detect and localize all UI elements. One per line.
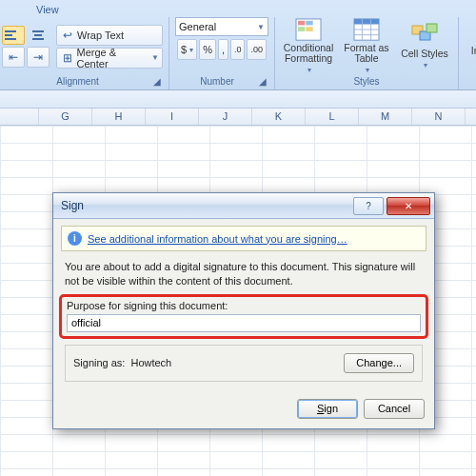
chevron-down-icon: ▾ [366, 67, 369, 75]
column-headers[interactable]: G H I J K L M N [0, 109, 476, 126]
conditional-formatting-icon [294, 18, 323, 41]
cell-styles-icon [410, 22, 439, 47]
dialog-launcher-icon[interactable]: ◢ [259, 76, 267, 87]
help-icon: ? [366, 201, 371, 211]
sign-dialog: Sign ? ✕ i See additional information ab… [52, 192, 435, 429]
chevron-down-icon: ▼ [257, 23, 265, 31]
alignment-group-label: Alignment [56, 76, 98, 87]
col-head-blank [0, 109, 39, 125]
percent-button[interactable]: % [199, 39, 216, 60]
merge-icon: ⊞ [60, 50, 75, 66]
group-styles: Conditional Formatting▾ Format as Table▾… [275, 17, 459, 89]
sign-button[interactable]: Sign [297, 399, 358, 419]
purpose-input[interactable] [67, 314, 421, 332]
dialog-title: Sign [61, 199, 350, 212]
group-alignment: ⇤ ⇥ ↩ Wrap Text ⊞ Merge & Center ▼ Align… [0, 17, 169, 89]
group-cells-partial: Ir [459, 17, 476, 89]
col-head[interactable]: I [146, 109, 199, 125]
signing-as-row: Signing as: Howtech Change... [65, 345, 423, 382]
highlighted-field-area: Purpose for signing this document: [59, 294, 428, 339]
change-button[interactable]: Change... [344, 353, 414, 373]
indent-left-icon: ⇤ [6, 50, 21, 65]
group-number: General ▼ $▾ % , .0 .00 Number◢ [169, 17, 275, 89]
wrap-text-icon: ↩ [60, 28, 75, 43]
col-head[interactable]: J [199, 109, 252, 125]
cancel-button[interactable]: Cancel [364, 399, 425, 419]
col-head[interactable]: L [306, 109, 359, 125]
svg-rect-6 [354, 18, 379, 24]
align-left-icon[interactable] [2, 26, 25, 45]
insert-button[interactable]: Ir [465, 23, 476, 80]
close-button[interactable]: ✕ [387, 197, 430, 215]
wrap-text-label: Wrap Text [77, 30, 124, 41]
col-head[interactable]: H [92, 109, 146, 125]
cell-styles-button[interactable]: Cell Styles▾ [397, 18, 452, 75]
close-icon: ✕ [405, 201, 412, 211]
styles-group-label: Styles [281, 75, 452, 89]
dialog-message: You are about to add a digital signature… [65, 260, 423, 288]
increase-indent-button[interactable]: ⇥ [27, 47, 50, 68]
currency-button[interactable]: $▾ [177, 39, 197, 60]
number-format-value: General [179, 21, 216, 32]
col-head[interactable]: N [412, 109, 466, 125]
conditional-formatting-button[interactable]: Conditional Formatting▾ [281, 18, 336, 75]
ribbon: View ⇤ ⇥ ↩ Wrap Text ⊞ [0, 0, 476, 90]
chevron-down-icon: ▾ [424, 62, 427, 70]
help-button[interactable]: ? [353, 197, 384, 215]
formula-bar-strip [0, 90, 476, 109]
conditional-formatting-label: Conditional Formatting [281, 43, 336, 65]
col-head[interactable]: K [252, 109, 306, 125]
wrap-text-button[interactable]: ↩ Wrap Text [56, 25, 163, 46]
svg-rect-3 [298, 27, 305, 31]
number-group-label: Number [200, 76, 234, 87]
dialog-titlebar[interactable]: Sign ? ✕ [53, 193, 434, 219]
signing-as-value: Howtech [130, 357, 344, 368]
chevron-down-icon: ▾ [307, 67, 311, 75]
increase-decimal-button[interactable]: .0 [230, 39, 246, 60]
purpose-label: Purpose for signing this document: [67, 300, 421, 311]
insert-hint-label: Ir [471, 46, 476, 57]
svg-rect-4 [306, 27, 312, 31]
chevron-down-icon: ▼ [151, 53, 159, 62]
decrease-decimal-button[interactable]: .00 [247, 39, 267, 60]
merge-center-label: Merge & Center [77, 47, 149, 69]
indent-right-icon: ⇥ [30, 50, 46, 65]
inc-dec-label: .0 [234, 45, 242, 54]
tab-view[interactable]: View [0, 4, 476, 17]
col-head[interactable]: M [359, 109, 412, 125]
chevron-down-icon: ▾ [189, 46, 193, 54]
cell-styles-label: Cell Styles [401, 49, 448, 60]
align-center-icon[interactable] [27, 26, 50, 45]
info-link[interactable]: See additional information about what yo… [88, 233, 347, 245]
signing-as-label: Signing as: [73, 357, 125, 368]
svg-rect-1 [298, 20, 305, 25]
number-format-combo[interactable]: General ▼ [175, 17, 268, 36]
percent-label: % [203, 44, 212, 55]
format-as-table-button[interactable]: Format as Table▾ [339, 18, 394, 75]
format-as-table-icon [352, 18, 381, 41]
svg-rect-2 [306, 20, 312, 25]
dialog-launcher-icon[interactable]: ◢ [153, 76, 161, 87]
comma-label: , [222, 44, 225, 55]
format-as-table-label: Format as Table [339, 43, 394, 65]
comma-button[interactable]: , [218, 39, 228, 60]
info-icon: i [68, 231, 82, 246]
col-head[interactable]: G [39, 109, 92, 125]
dialog-buttons: Sign Cancel [53, 391, 434, 428]
dec-inc-label: .00 [250, 45, 263, 54]
merge-center-button[interactable]: ⊞ Merge & Center ▼ [56, 48, 163, 69]
svg-rect-13 [426, 24, 437, 32]
info-bar: i See additional information about what … [61, 226, 426, 251]
currency-label: $ [181, 44, 187, 55]
decrease-indent-button[interactable]: ⇤ [2, 47, 25, 68]
